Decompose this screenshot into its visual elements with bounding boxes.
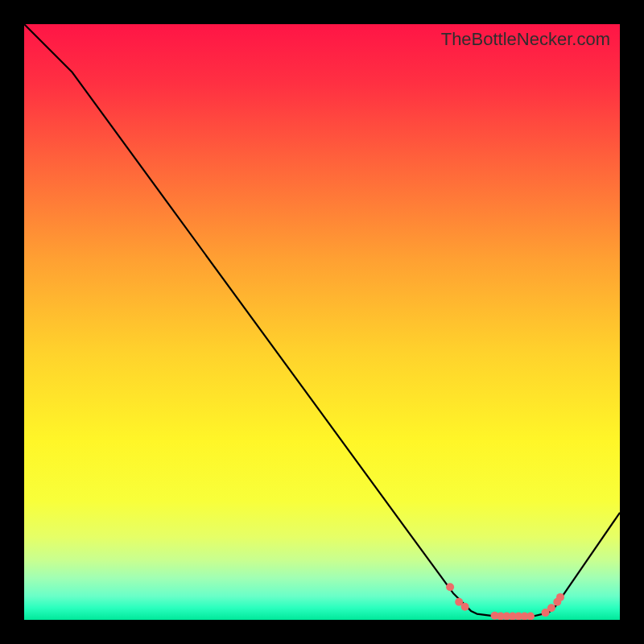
svg-point-13 [556, 593, 564, 601]
svg-point-2 [461, 603, 469, 611]
plot-area: TheBottleNecker.com [24, 24, 620, 620]
svg-point-9 [526, 613, 535, 620]
svg-point-0 [446, 583, 454, 591]
watermark-label: TheBottleNecker.com [441, 29, 610, 50]
svg-point-11 [547, 604, 555, 612]
dot-markers [24, 24, 620, 620]
chart-frame: TheBottleNecker.com [0, 0, 644, 644]
